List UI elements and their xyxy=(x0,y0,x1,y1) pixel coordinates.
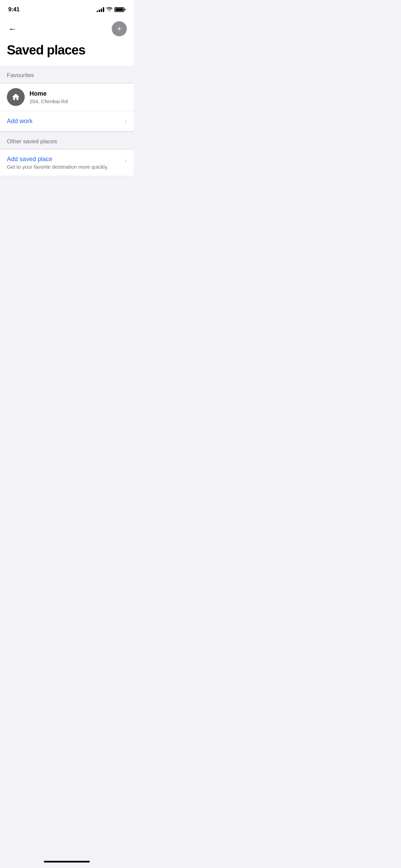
page-title-section: Saved places xyxy=(0,42,134,66)
home-icon-circle xyxy=(7,88,25,106)
signal-icon xyxy=(97,7,104,12)
back-button[interactable]: ← xyxy=(7,23,19,35)
back-arrow-icon: ← xyxy=(8,24,17,33)
list-item-home[interactable]: Home 204, Chimbai Rd xyxy=(0,83,134,111)
add-work-title: Add work xyxy=(7,118,122,125)
section-header-label-other: Other saved places xyxy=(7,138,57,145)
status-icons xyxy=(97,7,125,12)
section-header-label-favourites: Favourites xyxy=(7,72,34,79)
battery-icon xyxy=(114,7,125,12)
wifi-icon xyxy=(106,7,112,12)
add-work-item[interactable]: Add work › xyxy=(0,111,134,132)
home-item-title: Home xyxy=(29,90,127,98)
section-header-other: Other saved places xyxy=(0,132,134,149)
home-item-content: Home 204, Chimbai Rd xyxy=(29,90,127,104)
page-title: Saved places xyxy=(7,43,127,58)
add-saved-place-chevron-icon: › xyxy=(124,156,127,164)
home-icon xyxy=(11,93,20,101)
bottom-area xyxy=(0,176,134,330)
home-item-subtitle: 204, Chimbai Rd xyxy=(29,98,127,104)
add-saved-place-item[interactable]: Add saved place Get to your favorite des… xyxy=(0,149,134,176)
add-work-chevron-icon: › xyxy=(124,117,127,125)
section-header-favourites: Favourites xyxy=(0,66,134,83)
add-saved-place-content: Add saved place Get to your favorite des… xyxy=(7,156,122,170)
add-saved-place-subtitle: Get to your favorite destination more qu… xyxy=(7,164,122,170)
status-bar: 9:41 xyxy=(0,0,134,17)
plus-icon: + xyxy=(117,25,122,33)
add-button[interactable]: + xyxy=(112,21,127,36)
nav-bar: ← + xyxy=(0,17,134,42)
status-time: 9:41 xyxy=(8,6,20,13)
add-work-content: Add work xyxy=(7,118,122,125)
add-saved-place-title: Add saved place xyxy=(7,156,122,163)
